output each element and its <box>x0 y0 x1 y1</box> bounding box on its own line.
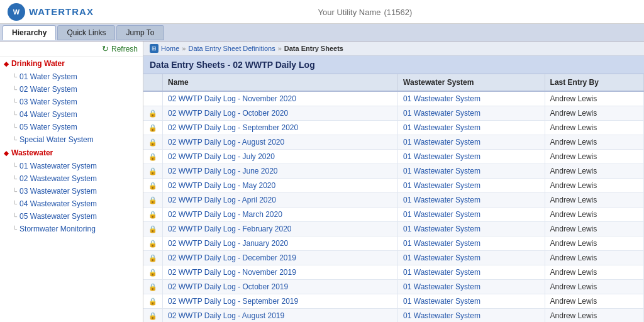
table-row[interactable]: 🔒02 WWTP Daily Log - July 202001 Wastewa… <box>143 150 644 164</box>
row-name[interactable]: 02 WWTP Daily Log - March 2020 <box>163 208 398 222</box>
lock-icon: 🔒 <box>148 109 157 117</box>
row-icon: 🔒 <box>143 164 163 179</box>
sidebar-item-special-water[interactable]: └ Special Water System <box>0 133 143 146</box>
table-row[interactable]: 🔒02 WWTP Daily Log - October 202001 Wast… <box>143 106 644 121</box>
row-entry-by: Andrew Lewis <box>545 150 643 164</box>
row-name[interactable]: 02 WWTP Daily Log - June 2020 <box>163 164 398 179</box>
sidebar-item-04-water[interactable]: └ 04 Water System <box>0 108 143 121</box>
table-row[interactable]: 🔒02 WWTP Daily Log - October 201901 Wast… <box>143 280 644 294</box>
header: W WaterTrax Your Utility Name (11562) <box>0 0 644 24</box>
row-name[interactable]: 02 WWTP Daily Log - September 2019 <box>163 294 398 309</box>
row-system[interactable]: 01 Wastewater System <box>398 135 545 150</box>
row-system[interactable]: 01 Wastewater System <box>398 222 545 236</box>
row-system[interactable]: 01 Wastewater System <box>398 251 545 265</box>
row-name[interactable]: 02 WWTP Daily Log - November 2019 <box>163 265 398 280</box>
col-name[interactable]: Name <box>163 74 398 91</box>
sidebar-item-02-wastewater[interactable]: └ 02 Wastewater System <box>0 172 143 185</box>
refresh-bar[interactable]: ↻ Refresh <box>0 42 143 57</box>
row-system[interactable]: 01 Wastewater System <box>398 179 545 193</box>
row-name[interactable]: 02 WWTP Daily Log - August 2019 <box>163 309 398 323</box>
row-system[interactable]: 01 Wastewater System <box>398 265 545 280</box>
utility-name: Your Utility Name <box>318 8 381 17</box>
row-name[interactable]: 02 WWTP Daily Log - January 2020 <box>163 236 398 251</box>
row-entry-by: Andrew Lewis <box>545 222 643 236</box>
sidebar-item-01-water[interactable]: └ 01 Water System <box>0 70 143 83</box>
row-system[interactable]: 01 Wastewater System <box>398 193 545 208</box>
sidebar-item-01-wastewater[interactable]: └ 01 Wastewater System <box>0 160 143 172</box>
col-system[interactable]: Wastewater System <box>398 74 545 91</box>
sidebar-item-02-water[interactable]: └ 02 Water System <box>0 83 143 96</box>
data-table-container: Name Wastewater System Last Entry By 02 … <box>143 74 644 322</box>
sidebar-item-stormwater[interactable]: └ Stormwater Monitoring <box>0 223 143 235</box>
row-name[interactable]: 02 WWTP Daily Log - May 2020 <box>163 179 398 193</box>
row-entry-by: Andrew Lewis <box>545 121 643 135</box>
table-row[interactable]: 🔒02 WWTP Daily Log - June 202001 Wastewa… <box>143 164 644 179</box>
row-icon: 🔒 <box>143 106 163 121</box>
lock-icon: 🔒 <box>148 240 157 247</box>
row-icon: 🔒 <box>143 121 163 135</box>
tab-jump-to[interactable]: Jump To <box>116 25 164 40</box>
table-row[interactable]: 🔒02 WWTP Daily Log - March 202001 Wastew… <box>143 208 644 222</box>
table-row[interactable]: 🔒02 WWTP Daily Log - September 201901 Wa… <box>143 294 644 309</box>
row-icon: 🔒 <box>143 265 163 280</box>
row-name[interactable]: 02 WWTP Daily Log - November 2020 <box>163 91 398 106</box>
col-entry[interactable]: Last Entry By <box>545 74 643 91</box>
row-icon: 🔒 <box>143 208 163 222</box>
lock-icon: 🔒 <box>148 269 157 276</box>
row-entry-by: Andrew Lewis <box>545 91 643 106</box>
breadcrumb-home[interactable]: Home <box>161 45 179 52</box>
row-entry-by: Andrew Lewis <box>545 179 643 193</box>
section-label: Drinking Water <box>11 59 65 68</box>
lock-icon: 🔒 <box>148 124 157 131</box>
table-row[interactable]: 🔒02 WWTP Daily Log - August 201901 Waste… <box>143 309 644 323</box>
lock-icon: 🔒 <box>148 312 157 319</box>
row-system[interactable]: 01 Wastewater System <box>398 91 545 106</box>
sidebar-item-05-water[interactable]: └ 05 Water System <box>0 121 143 133</box>
row-name[interactable]: 02 WWTP Daily Log - July 2020 <box>163 150 398 164</box>
sidebar-section-drinking-water[interactable]: ◆ Drinking Water <box>0 57 143 70</box>
row-entry-by: Andrew Lewis <box>545 309 643 323</box>
row-icon: 🔒 <box>143 179 163 193</box>
table-row[interactable]: 🔒02 WWTP Daily Log - May 202001 Wastewat… <box>143 179 644 193</box>
table-row[interactable]: 🔒02 WWTP Daily Log - January 202001 Wast… <box>143 236 644 251</box>
row-name[interactable]: 02 WWTP Daily Log - August 2020 <box>163 135 398 150</box>
row-name[interactable]: 02 WWTP Daily Log - February 2020 <box>163 222 398 236</box>
row-name[interactable]: 02 WWTP Daily Log - December 2019 <box>163 251 398 265</box>
row-system[interactable]: 01 Wastewater System <box>398 106 545 121</box>
refresh-label[interactable]: Refresh <box>111 45 138 53</box>
tab-hierarchy[interactable]: Hierarchy <box>3 25 56 40</box>
row-name[interactable]: 02 WWTP Daily Log - October 2020 <box>163 106 398 121</box>
row-system[interactable]: 01 Wastewater System <box>398 280 545 294</box>
table-row[interactable]: 🔒02 WWTP Daily Log - November 201901 Was… <box>143 265 644 280</box>
breadcrumb-definitions[interactable]: Data Entry Sheet Definitions <box>188 45 275 52</box>
row-system[interactable]: 01 Wastewater System <box>398 121 545 135</box>
row-system[interactable]: 01 Wastewater System <box>398 150 545 164</box>
table-row[interactable]: 🔒02 WWTP Daily Log - December 201901 Was… <box>143 251 644 265</box>
row-system[interactable]: 01 Wastewater System <box>398 208 545 222</box>
row-system[interactable]: 01 Wastewater System <box>398 309 545 323</box>
tab-quick-links[interactable]: Quick Links <box>57 25 115 40</box>
row-system[interactable]: 01 Wastewater System <box>398 294 545 309</box>
sidebar-item-05-wastewater[interactable]: └ 05 Wastewater System <box>0 210 143 223</box>
row-entry-by: Andrew Lewis <box>545 236 643 251</box>
row-name[interactable]: 02 WWTP Daily Log - October 2019 <box>163 280 398 294</box>
row-entry-by: Andrew Lewis <box>545 193 643 208</box>
row-icon <box>143 91 163 106</box>
row-name[interactable]: 02 WWTP Daily Log - April 2020 <box>163 193 398 208</box>
content-area: ⊞ Home » Data Entry Sheet Definitions » … <box>143 42 644 322</box>
table-row[interactable]: 🔒02 WWTP Daily Log - February 202001 Was… <box>143 222 644 236</box>
breadcrumb-icon: ⊞ <box>150 44 158 53</box>
table-row[interactable]: 🔒02 WWTP Daily Log - September 202001 Wa… <box>143 121 644 135</box>
row-name[interactable]: 02 WWTP Daily Log - September 2020 <box>163 121 398 135</box>
sidebar-item-03-wastewater[interactable]: └ 03 Wastewater System <box>0 185 143 197</box>
main-layout: ↻ Refresh ◆ Drinking Water └ 01 Water Sy… <box>0 42 644 322</box>
table-row[interactable]: 🔒02 WWTP Daily Log - April 202001 Wastew… <box>143 193 644 208</box>
sidebar-item-03-water[interactable]: └ 03 Water System <box>0 96 143 108</box>
table-row[interactable]: 🔒02 WWTP Daily Log - August 202001 Waste… <box>143 135 644 150</box>
row-system[interactable]: 01 Wastewater System <box>398 164 545 179</box>
table-row[interactable]: 02 WWTP Daily Log - November 202001 Wast… <box>143 91 644 106</box>
sidebar-section-wastewater[interactable]: ◆ Wastewater <box>0 146 143 160</box>
row-system[interactable]: 01 Wastewater System <box>398 236 545 251</box>
sidebar-item-04-wastewater[interactable]: └ 04 Wastewater System <box>0 197 143 210</box>
page-title: Data Entry Sheets - 02 WWTP Daily Log <box>143 56 644 74</box>
